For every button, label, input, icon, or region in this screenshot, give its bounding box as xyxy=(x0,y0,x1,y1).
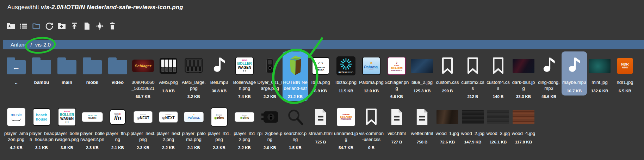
file-tile[interactable]: searche2.png1.5 KB xyxy=(283,103,308,152)
file-size: 2.1 KB xyxy=(187,146,200,150)
file-tile[interactable]: maybe.mp316.7 KB xyxy=(562,51,587,96)
breadcrumb-current[interactable]: vis-2.0 xyxy=(35,42,51,48)
file-row: ←..bambumainmobilvideoSchlager308046060_… xyxy=(4,51,638,101)
file-tile[interactable]: AMS_large.png3.2 KB xyxy=(181,51,206,101)
music-note-icon xyxy=(206,52,232,80)
file-name: Dryer_001_large.png xyxy=(258,80,283,91)
file-size: 212 B xyxy=(467,94,478,99)
new-folder-button[interactable] xyxy=(57,21,66,30)
file-tile[interactable]: NDRNDSndr1.jpg6.5 KB xyxy=(612,51,638,96)
file-tile[interactable]: custom.css299 B xyxy=(435,51,460,96)
file-tile[interactable]: wood_3.jpg126.1 KB xyxy=(485,103,511,147)
css-bookmark-icon xyxy=(435,52,460,80)
file-name: Bell.mp3 xyxy=(207,80,232,86)
file-size: 54.7 KB xyxy=(339,146,353,150)
file-size: 3.1 KB xyxy=(35,146,48,150)
folder-icon xyxy=(54,52,80,80)
file-tile[interactable]: Dryer_001_large.png2.2 KB xyxy=(257,51,283,101)
file-tile[interactable]: AMS.png1.8 KB xyxy=(156,51,181,96)
file-tile[interactable]: custom4.css140 B xyxy=(485,51,511,101)
image-thumbnail xyxy=(435,103,460,131)
file-size: 6.6 KB xyxy=(390,94,403,99)
file-tile[interactable]: BREMEN◎NEXTplayer_next.png2.3 KB xyxy=(130,103,156,152)
file-size: 132.6 KB xyxy=(591,89,608,93)
file-tile[interactable]: blue_2.jpg125.3 KB xyxy=(409,51,435,96)
file-size: 0 B xyxy=(368,146,374,150)
file-name: 308046060_532036213 xyxy=(131,80,156,91)
file-tile[interactable]: ◠DEEPHOUSEIBIZAIbiza.png6.9 KB xyxy=(308,51,333,96)
file-tile[interactable]: stream.html725 B xyxy=(308,103,333,147)
folder-view-icon xyxy=(32,22,41,30)
file-tile[interactable]: ≋Paloma.▬▬▬▬player_paloma.png2.1 KB xyxy=(181,103,206,152)
file-tile[interactable]: dark-blur.jpg33.3 KB xyxy=(511,51,536,101)
file-tile[interactable]: BOLLERWAGENplayer_bollerwagen2.pn2.3 KB xyxy=(80,103,105,152)
file-tile[interactable]: ♪RADIOSCHLAGERPARADIESSchlager.png6.6 KB xyxy=(384,51,409,101)
file-name: rpi_zigbee.png xyxy=(258,131,283,142)
folder-tile[interactable]: mobil xyxy=(80,51,105,88)
refresh-button[interactable] xyxy=(44,21,53,30)
image-thumbnail: NDRNDS xyxy=(612,52,638,80)
image-thumbnail: ◠DEEPHOUSEIBIZA xyxy=(308,52,333,80)
file-tile[interactable]: beachhouseplayer_beach_house.pn3.1 KB xyxy=(29,103,54,152)
music-note-icon xyxy=(562,52,587,80)
file-tile[interactable]: Bell.mp330.8 KB xyxy=(206,51,232,96)
image-thumbnail: ♪RADIOSCHLAGERPARADIES xyxy=(384,52,409,80)
image-thumbnail: ≋Paloma.▬▬▬▬ xyxy=(181,103,206,131)
file-tile[interactable]: RADIOBOLLERWAGEN● ●player_bollerwagen.pn… xyxy=(54,103,80,152)
file-tile[interactable]: bremen◉einsplayer_rb1.png2.3 KB xyxy=(206,103,232,152)
image-thumbnail: beachhouse xyxy=(29,103,54,131)
file-tile[interactable]: radio ▶ffnplayer_ffn.png2.1 KB xyxy=(105,103,130,152)
delete-button[interactable] xyxy=(108,21,117,30)
new-file-button[interactable] xyxy=(82,21,91,30)
file-size: 2.2 KB xyxy=(162,146,175,150)
file-size: 72.6 KB xyxy=(440,140,455,144)
file-tile[interactable]: bremen◉einsplayer_rb12.png2.2 KB xyxy=(232,103,257,152)
file-tile[interactable]: custom2.css212 B xyxy=(460,51,485,101)
file-tile[interactable]: BREMEN◎NEXTplayer_next2.png2.2 KB xyxy=(156,103,181,152)
file-tile[interactable]: ♪ RADIOSCHLAGERPARADIESunnamed.jpg54.7 K… xyxy=(333,103,359,152)
file-tile[interactable]: musicplayer_amazon.png4.2 KB xyxy=(4,103,29,152)
file-tile[interactable]: mint.jpg132.6 KB xyxy=(587,51,612,96)
image-thumbnail: music xyxy=(4,103,29,131)
file-name: dark-blur.jpg xyxy=(511,80,536,91)
upload-button[interactable] xyxy=(70,21,79,30)
file-tile[interactable]: wood_4.jpg117.8 KB xyxy=(511,103,536,147)
file-name: video xyxy=(105,80,130,86)
folder-star-button[interactable] xyxy=(6,21,15,30)
file-tile[interactable]: ≋Paloma.▬▬▬Paloma.png12.0 KB xyxy=(359,51,384,96)
folder-tile[interactable]: ←.. xyxy=(4,51,29,88)
file-tile[interactable]: HOTBIN Nederland-saf21.2 KB xyxy=(283,51,308,101)
file-name: custom4.css xyxy=(486,80,511,91)
breadcrumb-item[interactable]: Anfang xyxy=(11,42,27,48)
file-tile[interactable]: Schlager308046060_53203621360.7 KB xyxy=(130,51,156,101)
selection-header-prefix: Ausgewählt xyxy=(7,4,39,11)
file-name: player_ffn.png xyxy=(105,131,130,142)
file-tile[interactable]: wood_1.jpg72.6 KB xyxy=(435,103,460,147)
folder-tile[interactable]: video xyxy=(105,51,130,88)
folder-view-button[interactable] xyxy=(32,21,41,30)
file-name: player_bollerwagen2.pn xyxy=(80,131,105,142)
file-name: Paloma.png xyxy=(359,80,384,86)
image-thumbnail: radio ▶ffn xyxy=(105,103,130,131)
folder-tile[interactable]: bambu xyxy=(29,51,54,88)
theme-button[interactable] xyxy=(95,21,104,30)
file-tile[interactable]: wetter.html758 B xyxy=(409,103,435,147)
file-size: 2.3 KB xyxy=(86,146,99,150)
folder-tile[interactable]: main xyxy=(54,51,80,88)
folder-star-icon xyxy=(7,22,15,30)
image-thumbnail: BOLLERWAGEN xyxy=(80,103,105,131)
file-tile[interactable]: IBIZAXRADIOIbiza2.png11.5 KB xyxy=(333,51,359,96)
list-view-button[interactable] xyxy=(19,21,28,30)
list-view-icon xyxy=(19,22,28,30)
image-thumbnail xyxy=(587,52,612,80)
file-tile[interactable]: vis2.html727 B xyxy=(384,103,409,147)
file-tile[interactable]: wood_2.jpg147.9 KB xyxy=(460,103,485,147)
image-thumbnail: BREMEN◎NEXT xyxy=(156,103,181,131)
file-tile[interactable]: vis-common-user.css0 B xyxy=(359,103,384,152)
file-size: 16.7 KB xyxy=(567,89,582,93)
file-tile[interactable]: ding-dong.mp346.6 KB xyxy=(536,51,562,101)
folder-icon xyxy=(105,52,130,80)
file-name: stream.html xyxy=(308,131,333,137)
file-tile[interactable]: RADIOBOLLERWAGEN● ●Bollerwagen.png7.4 KB xyxy=(232,51,257,101)
file-tile[interactable]: rpi_zigbee.png2.0 KB xyxy=(257,103,283,152)
